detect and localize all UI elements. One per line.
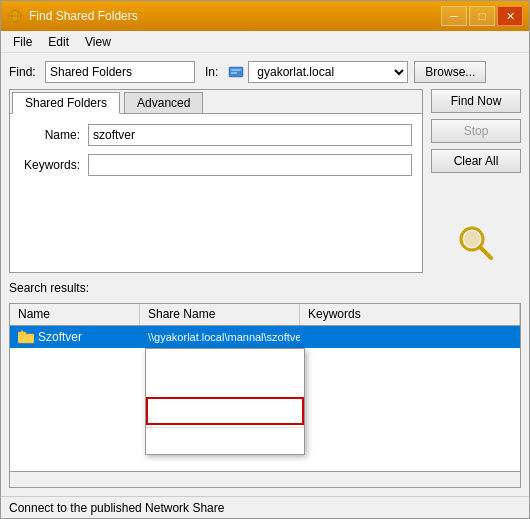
title-bar-controls: ─ □ ✕ <box>441 6 523 26</box>
name-label: Name: <box>20 128 80 142</box>
cell-keywords <box>300 326 520 348</box>
right-panel: Find Now Stop Clear All <box>431 89 521 273</box>
tabs: Shared Folders Advanced <box>10 90 422 114</box>
ctx-find[interactable]: Find... <box>146 373 304 397</box>
context-menu: Explore Find... Map Network Drive... Pro… <box>145 348 305 455</box>
ctx-map-drive[interactable]: Map Network Drive... <box>146 397 304 425</box>
domain-icon <box>228 64 244 80</box>
keywords-row: Keywords: <box>20 154 412 176</box>
scrollbar-area <box>10 471 520 487</box>
col-header-name: Name <box>10 304 140 325</box>
keywords-input[interactable] <box>88 154 412 176</box>
tab-content: Name: Keywords: <box>10 114 422 186</box>
find-combo[interactable]: Shared Folders <box>45 61 195 83</box>
browse-button[interactable]: Browse... <box>414 61 486 83</box>
main-area: Shared Folders Advanced Name: Keywords: <box>9 89 521 273</box>
svg-line-8 <box>480 247 491 258</box>
svg-rect-9 <box>18 334 34 343</box>
keywords-label: Keywords: <box>20 158 80 172</box>
clear-all-button[interactable]: Clear All <box>431 149 521 173</box>
find-label: Find: <box>9 65 39 79</box>
tab-advanced[interactable]: Advanced <box>124 92 203 113</box>
maximize-button[interactable]: □ <box>469 6 495 26</box>
title-bar-left: Find Shared Folders <box>7 8 138 24</box>
name-input[interactable] <box>88 124 412 146</box>
status-text: Connect to the published Network Share <box>9 501 224 515</box>
search-icon-area <box>431 179 521 273</box>
magnifier-icon <box>456 223 496 263</box>
svg-rect-5 <box>231 72 237 74</box>
window-title: Find Shared Folders <box>29 9 138 23</box>
close-button[interactable]: ✕ <box>497 6 523 26</box>
ctx-explore[interactable]: Explore <box>146 349 304 373</box>
col-header-keywords: Keywords <box>300 304 520 325</box>
find-now-button[interactable]: Find Now <box>431 89 521 113</box>
main-window: Find Shared Folders ─ □ ✕ File Edit View… <box>0 0 530 519</box>
left-panel: Shared Folders Advanced Name: Keywords: <box>9 89 423 273</box>
table-row[interactable]: Szoftver \\gyakorlat.local\mannal\szoftv… <box>10 326 520 348</box>
content-area: Find: Shared Folders In: gyakorlat.local… <box>1 53 529 496</box>
title-bar: Find Shared Folders ─ □ ✕ <box>1 1 529 31</box>
window-icon <box>7 8 23 24</box>
stop-button[interactable]: Stop <box>431 119 521 143</box>
tab-shared-folders[interactable]: Shared Folders <box>12 92 120 114</box>
status-bar: Connect to the published Network Share <box>1 496 529 518</box>
cell-name: Szoftver <box>10 326 140 348</box>
table-header: Name Share Name Keywords <box>10 304 520 326</box>
menu-view[interactable]: View <box>77 33 119 51</box>
svg-rect-4 <box>231 69 241 71</box>
menu-edit[interactable]: Edit <box>40 33 77 51</box>
ctx-properties[interactable]: Properties <box>146 430 304 454</box>
name-row: Name: <box>20 124 412 146</box>
menu-file[interactable]: File <box>5 33 40 51</box>
results-table: Name Share Name Keywords Szoftver \\gyak… <box>9 303 521 489</box>
in-domain: gyakorlat.local <box>228 61 408 83</box>
ctx-separator <box>146 427 304 428</box>
menubar: File Edit View <box>1 31 529 53</box>
row-name: Szoftver <box>38 330 82 344</box>
minimize-button[interactable]: ─ <box>441 6 467 26</box>
find-row: Find: Shared Folders In: gyakorlat.local… <box>9 61 521 83</box>
search-results-label: Search results: <box>9 279 521 297</box>
svg-point-7 <box>464 231 480 247</box>
scrollbar-track[interactable] <box>10 474 520 486</box>
share-icon <box>18 330 34 344</box>
in-label: In: <box>205 65 218 79</box>
in-combo[interactable]: gyakorlat.local <box>248 61 408 83</box>
cell-share: \\gyakorlat.local\mannal\szoftver <box>140 326 300 348</box>
col-header-share: Share Name <box>140 304 300 325</box>
